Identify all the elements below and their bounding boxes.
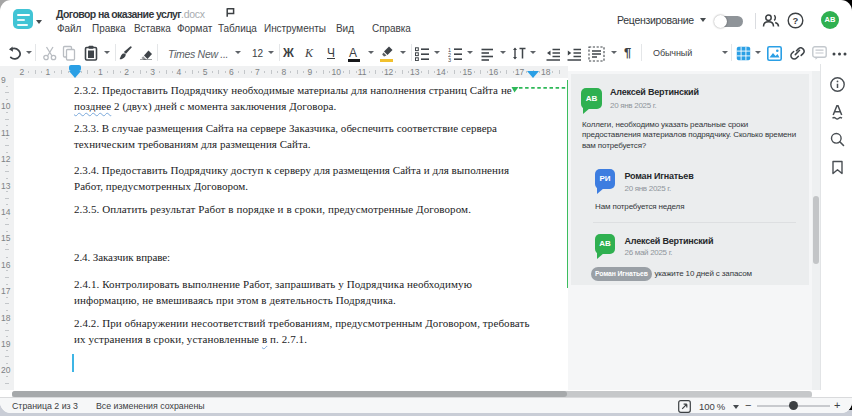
svg-text:3: 3 — [448, 57, 451, 63]
svg-text:?: ? — [793, 15, 799, 26]
